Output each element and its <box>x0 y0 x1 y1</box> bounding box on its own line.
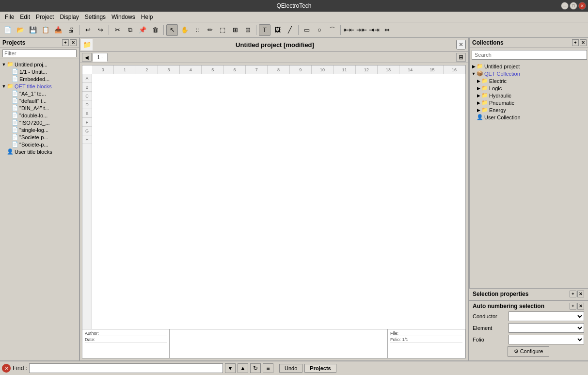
tree-item-societe-p-2[interactable]: 📄 "Societe-p... <box>0 141 79 148</box>
paste-button[interactable]: 📌 <box>137 24 148 36</box>
save-button[interactable]: 💾 <box>27 24 39 36</box>
redo-button[interactable]: ↪ <box>95 24 106 36</box>
delete-button[interactable]: 🗑 <box>149 24 161 36</box>
select-all-button[interactable]: ⬚ <box>217 24 228 36</box>
collections-panel-expand[interactable]: + <box>572 39 579 46</box>
undo-tab-button[interactable]: Undo <box>279 364 302 373</box>
print-button[interactable]: 🖨 <box>65 24 77 36</box>
save-as-button[interactable]: 📋 <box>40 24 51 36</box>
tree-item-double-lo[interactable]: 📄 "double-lo... <box>0 112 79 119</box>
minimize-button[interactable]: ─ <box>561 2 569 10</box>
projects-tab-button[interactable]: Projects <box>304 364 336 373</box>
menu-settings[interactable]: Settings <box>82 13 109 21</box>
tree-item-untitled-project[interactable]: ▼ 📁 Untitled proj... <box>0 61 79 68</box>
menu-project[interactable]: Project <box>33 13 57 21</box>
selection-props-expand[interactable]: + <box>570 291 576 297</box>
import-button[interactable]: 📥 <box>52 24 64 36</box>
tree-item-folio-1[interactable]: 📄 1/1 - Untit... <box>0 68 79 75</box>
arc-button[interactable]: ⌒ <box>326 24 338 36</box>
zoom-in-button[interactable]: ⊞ <box>229 24 241 36</box>
search-input[interactable] <box>472 50 587 60</box>
rect-button[interactable]: ▭ <box>301 24 313 36</box>
tree-item-user-title-blocks[interactable]: 👤 User title blocks <box>0 148 79 155</box>
tree-arrow: ▶ <box>476 100 481 105</box>
canvas-nav-right[interactable]: ⊞ <box>456 53 466 62</box>
right-panel: Collections + ✕ ▶ 📁 Untitled project ▼ 📦 <box>468 38 588 360</box>
tree-item-embedded[interactable]: 📄 Embedded... <box>0 75 79 82</box>
collection-item-logic[interactable]: ▶ 📁 Logic <box>470 84 588 92</box>
align-left-button[interactable]: ⇤⇤ <box>343 24 355 36</box>
projects-panel-close[interactable]: ✕ <box>70 39 77 46</box>
menu-edit[interactable]: Edit <box>17 13 33 21</box>
autonumber-close[interactable]: ✕ <box>577 303 584 310</box>
collection-item-pneumatic[interactable]: ▶ 📁 Pneumatic <box>470 99 588 106</box>
projects-panel-expand[interactable]: + <box>62 39 69 46</box>
find-refresh-button[interactable]: ↻ <box>250 363 261 373</box>
folio-label: Folio <box>473 337 507 342</box>
grid-button[interactable]: :: <box>191 24 203 36</box>
pan-button[interactable]: ✋ <box>179 24 191 36</box>
conductor-label: Conductor <box>473 313 507 319</box>
find-close-button[interactable]: ✕ <box>2 364 11 373</box>
collection-item-hydraulic[interactable]: ▶ 📁 Hydraulic <box>470 92 588 99</box>
collection-item-energy[interactable]: ▶ 📁 Energy <box>470 106 588 114</box>
collection-item-user[interactable]: 👤 User Collection <box>470 114 588 121</box>
ruler-cell-e: E <box>82 109 92 118</box>
collection-item-qet[interactable]: ▼ 📦 QET Collection <box>470 70 588 77</box>
find-list-button[interactable]: ≡ <box>263 363 273 373</box>
close-button[interactable]: ✕ <box>578 2 586 10</box>
ellipse-button[interactable]: ○ <box>314 24 325 36</box>
pen-button[interactable]: ✏ <box>204 24 216 36</box>
find-down-button[interactable]: ▼ <box>225 363 236 373</box>
selection-props-close[interactable]: ✕ <box>577 291 584 297</box>
find-input[interactable] <box>29 363 223 373</box>
configure-button[interactable]: ⚙ Configure <box>508 346 550 357</box>
align-right-button[interactable]: ⇥⇥ <box>368 24 380 36</box>
canvas-close-button[interactable]: ✕ <box>456 40 466 49</box>
align-center-button[interactable]: ⇥⇤ <box>356 24 367 36</box>
tree-item-label: User Collection <box>484 114 521 120</box>
canvas-folder-button[interactable]: 📁 <box>81 39 93 50</box>
folio-select[interactable] <box>509 335 584 344</box>
filter-input[interactable] <box>2 49 77 57</box>
menu-display[interactable]: Display <box>57 13 81 21</box>
tree-item-single-log[interactable]: 📄 "single-log... <box>0 126 79 133</box>
canvas-nav-prev[interactable]: ◀ <box>82 53 92 62</box>
collection-item-electric[interactable]: ▶ 📁 Electric <box>470 77 588 84</box>
canvas-tab-1[interactable]: 1 - <box>93 53 108 62</box>
tree-item-din-a4[interactable]: 📄 "DIN_A4" t... <box>0 104 79 112</box>
collections-panel-close[interactable]: ✕ <box>580 39 587 46</box>
menu-windows[interactable]: Windows <box>109 13 138 21</box>
maximize-button[interactable]: □ <box>570 2 577 10</box>
tree-item-qet-title-blocks[interactable]: ▼ 📁 QET title blocks <box>0 82 79 90</box>
autonumber-expand[interactable]: + <box>570 303 576 310</box>
tree-item-iso7200[interactable]: 📄 "ISO7200_... <box>0 119 79 126</box>
copy-button[interactable]: ⧉ <box>124 24 136 36</box>
edit-text-button[interactable]: T <box>259 24 270 36</box>
dot-grid[interactable] <box>92 74 465 329</box>
ruler-cell-d: D <box>82 100 92 109</box>
undo-button[interactable]: ↩ <box>82 24 94 36</box>
cut-button[interactable]: ✂ <box>111 24 123 36</box>
conductor-select[interactable] <box>509 311 584 321</box>
tree-item-societe-p-1[interactable]: 📄 "Societe-p... <box>0 133 79 141</box>
file-icon: 📄 <box>12 105 18 111</box>
menu-file[interactable]: File <box>2 13 17 21</box>
zoom-out-button[interactable]: ⊟ <box>242 24 254 36</box>
line-button[interactable]: ╱ <box>284 24 296 36</box>
find-up-button[interactable]: ▲ <box>238 363 248 373</box>
tree-item-default[interactable]: 📄 "default" t... <box>0 97 79 104</box>
select-button[interactable]: ↖ <box>166 24 178 36</box>
image-button[interactable]: 🖼 <box>271 24 283 36</box>
ruler-cell-c: C <box>82 92 92 100</box>
file-icon: 📄 <box>12 119 18 126</box>
tree-arrow: ▶ <box>471 64 477 69</box>
open-button[interactable]: 📂 <box>15 24 26 36</box>
tree-item-a4-1[interactable]: 📄 "A4_1" te... <box>0 90 79 97</box>
distribute-button[interactable]: ⇔ <box>381 24 393 36</box>
menu-help[interactable]: Help <box>138 13 156 21</box>
collection-item-untitled[interactable]: ▶ 📁 Untitled project <box>470 63 588 70</box>
tree-item-label: "single-log... <box>19 127 48 133</box>
new-button[interactable]: 📄 <box>2 24 14 36</box>
element-select[interactable] <box>509 323 584 333</box>
